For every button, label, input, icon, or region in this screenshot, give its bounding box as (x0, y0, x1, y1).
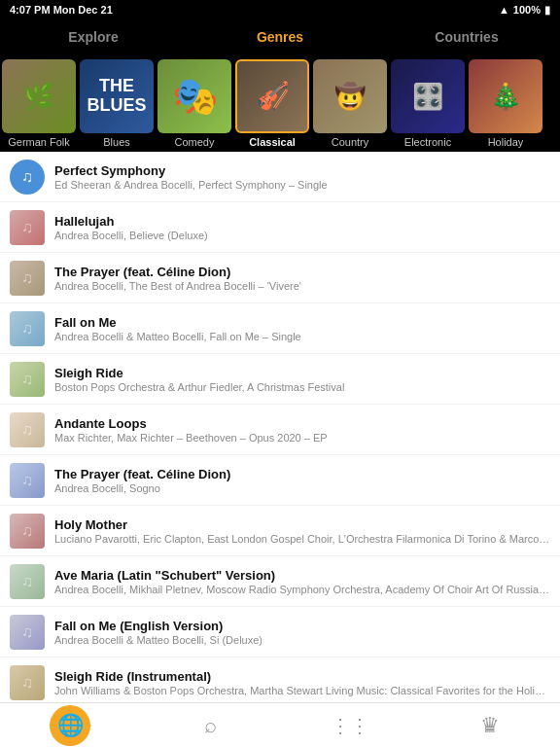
genre-label-blues: Blues (103, 136, 130, 148)
track-subtitle: John Williams & Boston Pops Orchestra, M… (54, 685, 550, 696)
track-info: Andante Loops Max Richter, Max Richter –… (54, 416, 550, 444)
track-row[interactable]: ♫ Holy Mother Luciano Pavarotti, Eric Cl… (0, 506, 560, 556)
track-info: Ave Maria (Latin "Schubert" Version) And… (54, 568, 550, 595)
track-subtitle: Andrea Bocelli & Matteo Bocelli, Fall on… (54, 331, 550, 342)
track-row[interactable]: ♫ Sleigh Ride Boston Pops Orchestra & Ar… (0, 354, 560, 405)
track-subtitle: Boston Pops Orchestra & Arthur Fiedler, … (54, 381, 550, 393)
genre-item-classical[interactable]: 🎻 Classical (233, 59, 311, 148)
tab-genres[interactable]: Genres (187, 19, 373, 54)
german-folk-icon: 🌿 (23, 84, 54, 109)
playing-icon: ♫ (10, 160, 45, 195)
bottom-bar: 🌐 ⌕ ⋮⋮ ♛ (0, 702, 560, 747)
track-thumb-icon: ♫ (21, 573, 33, 590)
track-info: Fall on Me Andrea Bocelli & Matteo Bocel… (54, 315, 550, 342)
track-subtitle: Andrea Bocelli & Matteo Bocelli, Si (Del… (54, 634, 550, 646)
track-thumb-icon: ♫ (21, 522, 33, 540)
track-row[interactable]: ♫ The Prayer (feat. Céline Dion) Andrea … (0, 455, 560, 506)
genre-thumb-blues: THEBLUES (80, 59, 154, 133)
library-icon: ⋮⋮ (331, 714, 369, 737)
genre-label-german-folk: German Folk (8, 136, 70, 148)
track-thumbnail: ♫ (10, 261, 45, 296)
track-subtitle: Andrea Bocelli, Mikhail Pletnev, Moscow … (54, 584, 550, 595)
track-thumb-icon: ♫ (21, 320, 33, 338)
genre-label-comedy: Comedy (175, 136, 215, 148)
track-title: The Prayer (feat. Céline Dion) (54, 265, 550, 279)
genre-item-comedy[interactable]: 🎭 Comedy (156, 59, 233, 148)
genre-thumb-country: 🤠 (313, 59, 387, 133)
genre-label-country: Country (332, 136, 369, 148)
battery-label: 100% (513, 4, 541, 16)
track-subtitle: Andrea Bocelli, The Best of Andrea Bocel… (54, 280, 550, 292)
track-thumb-icon: ♫ (21, 371, 33, 388)
country-icon: 🤠 (334, 84, 366, 109)
track-row[interactable]: ♫ Sleigh Ride (Instrumental) John Willia… (0, 658, 560, 702)
track-title: Hallelujah (54, 214, 550, 229)
genre-label-classical: Classical (249, 136, 296, 148)
track-info: The Prayer (feat. Céline Dion) Andrea Bo… (54, 265, 550, 292)
track-row[interactable]: ♫ The Prayer (feat. Céline Dion) Andrea … (0, 253, 560, 303)
track-thumbnail: ♫ (10, 311, 45, 346)
status-right: ▲ 100% ▮ (499, 4, 550, 17)
track-title: Sleigh Ride (Instrumental) (54, 669, 550, 684)
bottom-tab-globe[interactable]: 🌐 (0, 703, 140, 747)
track-row[interactable]: ♫ Ave Maria (Latin "Schubert" Version) A… (0, 556, 560, 607)
track-thumbnail: ♫ (10, 210, 45, 245)
status-bar: 4:07 PM Mon Dec 21 ▲ 100% ▮ (0, 0, 560, 19)
track-thumbnail: ♫ (10, 362, 45, 397)
track-info: The Prayer (feat. Céline Dion) Andrea Bo… (54, 467, 550, 494)
track-title: Ave Maria (Latin "Schubert" Version) (54, 568, 550, 583)
track-row[interactable]: ♫ Fall on Me Andrea Bocelli & Matteo Boc… (0, 303, 560, 354)
music-note-icon: ♫ (21, 168, 33, 186)
genre-label-electronic: Electronic (404, 136, 451, 148)
tab-countries[interactable]: Countries (373, 19, 560, 54)
track-thumb-icon: ♫ (21, 219, 33, 236)
track-thumb-icon: ♫ (21, 674, 33, 692)
track-info: Fall on Me (English Version) Andrea Boce… (54, 619, 550, 646)
top-nav: Explore Genres Countries (0, 19, 560, 54)
genre-thumb-holiday: 🎄 (469, 59, 542, 133)
holiday-icon: 🎄 (490, 84, 521, 109)
genre-item-country[interactable]: 🤠 Country (311, 59, 389, 148)
globe-tab-active: 🌐 (50, 705, 90, 746)
genre-thumb-comedy: 🎭 (158, 59, 231, 133)
track-title: The Prayer (feat. Céline Dion) (54, 467, 550, 481)
genre-item-holiday[interactable]: 🎄 Holiday (467, 59, 544, 148)
track-title: Andante Loops (54, 416, 550, 431)
genre-item-electronic[interactable]: 🎛️ Electronic (389, 59, 467, 148)
genre-item-blues[interactable]: THEBLUES Blues (78, 59, 156, 148)
track-thumbnail: ♫ (10, 615, 45, 650)
track-thumb-icon: ♫ (21, 472, 33, 489)
bottom-tab-search[interactable]: ⌕ (140, 703, 280, 747)
tab-explore[interactable]: Explore (0, 19, 187, 54)
track-row[interactable]: ♫ Andante Loops Max Richter, Max Richter… (0, 405, 560, 455)
search-icon: ⌕ (204, 713, 217, 738)
battery-icon: ▮ (544, 4, 550, 17)
track-title: Fall on Me (54, 315, 550, 330)
electronic-icon: 🎛️ (412, 84, 443, 109)
genre-thumb-german-folk: 🌿 (2, 59, 76, 133)
genre-thumb-electronic: 🎛️ (391, 59, 465, 133)
track-row[interactable]: ♫ Fall on Me (English Version) Andrea Bo… (0, 607, 560, 658)
track-row[interactable]: ♫ Hallelujah Andrea Bocelli, Believe (De… (0, 202, 560, 253)
bottom-tab-library[interactable]: ⋮⋮ (280, 703, 420, 747)
genre-label-holiday: Holiday (488, 136, 524, 148)
track-thumb-icon: ♫ (21, 421, 33, 439)
track-list: ♫ Perfect Symphony Ed Sheeran & Andrea B… (0, 152, 560, 702)
track-info: Perfect Symphony Ed Sheeran & Andrea Boc… (54, 163, 550, 191)
track-thumbnail: ♫ (10, 412, 45, 447)
track-subtitle: Ed Sheeran & Andrea Bocelli, Perfect Sym… (54, 179, 550, 191)
genre-scroll: 🌿 German Folk THEBLUES Blues 🎭 Comedy 🎻 … (0, 54, 560, 152)
track-title: Perfect Symphony (54, 163, 550, 178)
track-info: Sleigh Ride (Instrumental) John Williams… (54, 669, 550, 696)
bottom-tab-crown[interactable]: ♛ (420, 703, 560, 747)
track-row[interactable]: ♫ Perfect Symphony Ed Sheeran & Andrea B… (0, 152, 560, 202)
track-thumb-icon: ♫ (21, 269, 33, 287)
comedy-icon: 🎭 (172, 78, 218, 115)
genre-thumb-classical: 🎻 (235, 59, 309, 133)
track-title: Fall on Me (English Version) (54, 619, 550, 633)
genre-item-german-folk[interactable]: 🌿 German Folk (0, 59, 78, 148)
status-time: 4:07 PM Mon Dec 21 (10, 4, 113, 16)
track-info: Sleigh Ride Boston Pops Orchestra & Arth… (54, 366, 550, 393)
track-title: Sleigh Ride (54, 366, 550, 380)
wifi-icon: ▲ (499, 4, 509, 16)
